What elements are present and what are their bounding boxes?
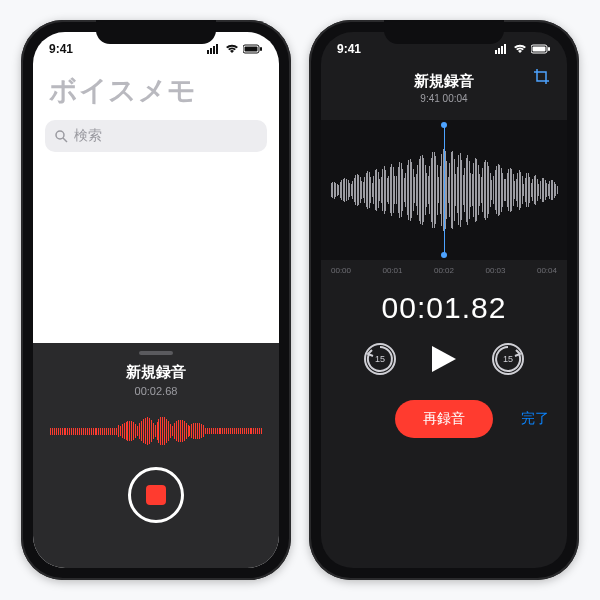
screen-voice-memos-list: 9:41 ボイスメモ 検索 新規録音 00:02.68 — [33, 32, 279, 568]
done-button[interactable]: 完了 — [521, 410, 549, 428]
stop-icon — [146, 485, 166, 505]
battery-icon — [243, 44, 263, 54]
svg-rect-12 — [504, 44, 506, 54]
page-title: ボイスメモ — [49, 72, 263, 110]
svg-rect-15 — [548, 47, 550, 51]
svg-rect-1 — [210, 48, 212, 54]
search-input[interactable]: 検索 — [45, 120, 267, 152]
svg-rect-3 — [216, 44, 218, 54]
playback-controls: 15 15 — [321, 343, 567, 375]
signal-icon — [495, 44, 509, 54]
waveform-panel[interactable] — [321, 120, 567, 260]
svg-rect-10 — [498, 48, 500, 54]
svg-rect-2 — [213, 46, 215, 54]
notch — [96, 20, 216, 44]
ruler-tick: 00:03 — [485, 266, 505, 275]
ruler-tick: 00:02 — [434, 266, 454, 275]
ruler-tick: 00:04 — [537, 266, 557, 275]
playback-elapsed: 00:01.82 — [321, 291, 567, 325]
skip-back-button[interactable]: 15 — [364, 343, 396, 375]
ruler-tick: 00:00 — [331, 266, 351, 275]
search-icon — [55, 130, 68, 143]
drag-handle[interactable] — [139, 351, 173, 355]
svg-rect-11 — [501, 46, 503, 54]
ruler-tick: 00:01 — [382, 266, 402, 275]
svg-rect-5 — [245, 47, 258, 52]
svg-point-7 — [56, 131, 64, 139]
playhead-dot-top — [441, 122, 447, 128]
svg-line-8 — [63, 138, 67, 142]
status-time: 9:41 — [49, 42, 73, 56]
screen-recording-detail: 9:41 新規録音 9:41 00:04 00:00 00:01 00: — [321, 32, 567, 568]
signal-icon — [207, 44, 221, 54]
recording-elapsed: 00:02.68 — [135, 385, 178, 397]
empty-list-area — [33, 152, 279, 343]
status-icons — [207, 44, 263, 54]
svg-rect-14 — [533, 47, 546, 52]
header: ボイスメモ — [33, 66, 279, 110]
re-record-button[interactable]: 再録音 — [395, 400, 493, 438]
svg-rect-6 — [260, 47, 262, 51]
notch — [384, 20, 504, 44]
waveform-live — [50, 411, 262, 451]
svg-rect-0 — [207, 50, 209, 54]
svg-rect-9 — [495, 50, 497, 54]
phone-left: 9:41 ボイスメモ 検索 新規録音 00:02.68 — [21, 20, 291, 580]
skip-forward-button[interactable]: 15 — [492, 343, 524, 375]
play-button[interactable] — [430, 344, 458, 374]
bottom-bar: 再録音 完了 — [321, 397, 567, 441]
stop-record-button[interactable] — [128, 467, 184, 523]
recording-title: 新規録音 — [126, 363, 186, 382]
phone-right: 9:41 新規録音 9:41 00:04 00:00 00:01 00: — [309, 20, 579, 580]
wifi-icon — [225, 44, 239, 54]
recording-title: 新規録音 — [321, 72, 567, 91]
status-icons — [495, 44, 551, 54]
battery-icon — [531, 44, 551, 54]
playhead-dot-bottom — [441, 252, 447, 258]
header: 新規録音 9:41 00:04 — [321, 66, 567, 104]
time-ruler: 00:00 00:01 00:02 00:03 00:04 — [321, 260, 567, 275]
trim-icon[interactable] — [533, 68, 551, 90]
status-time: 9:41 — [337, 42, 361, 56]
search-placeholder: 検索 — [74, 127, 102, 145]
wifi-icon — [513, 44, 527, 54]
recording-subtitle: 9:41 00:04 — [321, 93, 567, 104]
recording-mini-panel[interactable]: 新規録音 00:02.68 — [33, 343, 279, 568]
